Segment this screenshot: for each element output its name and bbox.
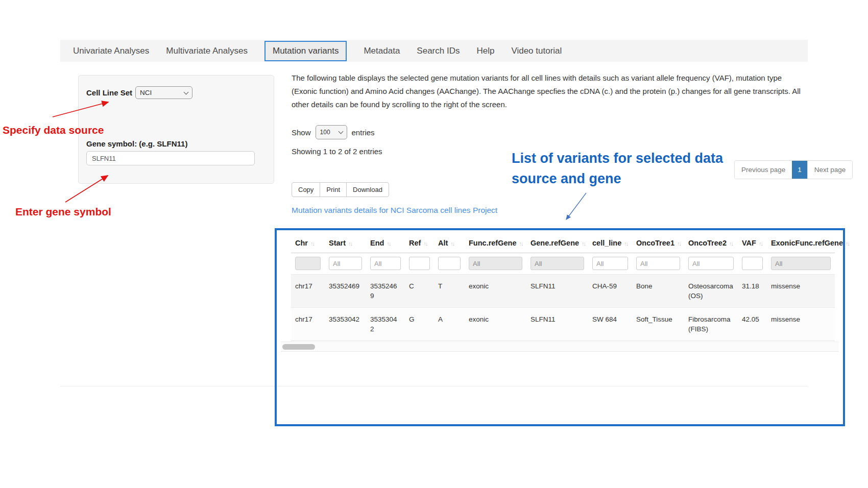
column-header-ref[interactable]: Ref↑↓ [405,232,434,253]
filter-input-start[interactable] [329,257,362,270]
column-header-exonicfunc-refgene[interactable]: ExonicFunc.refGene↑↓ [767,232,835,253]
sort-icon: ↑↓ [519,240,522,247]
filter-cell: All [767,253,835,275]
sort-icon: ↑↓ [846,240,849,247]
page-size-select[interactable]: 100 [316,125,347,139]
cell-line-set-select[interactable]: NCI [135,86,192,99]
nav-tabs: Univariate AnalysesMultivariate Analyses… [60,40,808,62]
enter-gene-symbol-note: Enter gene symbol [15,206,111,218]
filter-cell [325,253,366,275]
column-header-vaf[interactable]: VAF↑↓ [738,232,767,253]
variants-table-highlight-box: Chr↑↓Start↑↓End↑↓Ref↑↓Alt↑↓Func.refGene↑… [275,228,845,426]
table-cell: A [434,308,465,341]
filter-input-vaf[interactable] [742,257,763,270]
cell-line-set-label: Cell Line Set [86,88,132,97]
column-label: OncoTree2 [688,239,727,247]
filter-input-oncotree1[interactable] [636,257,680,270]
column-header-alt[interactable]: Alt↑↓ [434,232,465,253]
chevron-down-icon [338,129,343,134]
sort-icon: ↑↓ [759,240,762,247]
table-cell: Soft_Tissue [632,308,684,341]
current-page-button[interactable]: 1 [792,161,807,179]
tab-metadata[interactable]: Metadata [364,46,400,56]
table-cell: chr17 [291,308,325,341]
table-cell: T [434,275,465,308]
filter-select-gene-refgene[interactable]: All [531,257,584,270]
cell-line-set-row: Cell Line Set NCI [86,86,192,99]
sort-icon: ↑↓ [387,240,390,247]
print-button[interactable]: Print [320,182,347,197]
tab-help[interactable]: Help [476,46,494,56]
column-header-oncotree2[interactable]: OncoTree2↑↓ [684,232,738,253]
tab-univariate-analyses[interactable]: Univariate Analyses [73,46,149,56]
filter-input-end[interactable] [370,257,401,270]
chevron-down-icon [184,89,189,94]
horizontal-scrollbar[interactable] [281,341,839,352]
sort-icon: ↑↓ [624,240,628,247]
page-size-row: Show 100 entries [292,125,375,139]
table-cell: 35353042 [325,308,366,341]
tab-mutation-variants[interactable]: Mutation variants [264,41,347,61]
sort-icon: ↑↓ [582,240,585,247]
table-cell: SLFN11 [526,275,588,308]
column-label: ExonicFunc.refGene [771,239,843,247]
list-of-variants-note: List of variants for selected data sourc… [512,148,746,189]
column-label: End [370,239,384,247]
filter-cell: All [465,253,526,275]
filter-cell [632,253,684,275]
column-header-gene-refgene[interactable]: Gene.refGene↑↓ [526,232,588,253]
scrollbar-thumb[interactable] [282,344,315,350]
filter-cell [684,253,738,275]
tab-search-ids[interactable]: Search IDs [417,46,460,56]
table-body: chr173535246935352469CTexonicSLFN11CHA-5… [291,275,835,341]
column-label: Func.refGene [469,239,516,247]
specify-data-source-note: Specify data source [3,124,104,136]
sort-icon: ↑↓ [450,240,454,247]
table-cell: missense [767,308,835,341]
next-page-button[interactable]: Next page [807,161,853,179]
previous-page-button[interactable]: Previous page [735,161,792,179]
pagination: Previous page 1 Next page [734,160,853,179]
filter-input-alt[interactable] [438,257,461,270]
column-header-oncotree1[interactable]: OncoTree1↑↓ [632,232,684,253]
table-cell: Fibrosarcoma (FIBS) [684,308,738,341]
tab-video-tutorial[interactable]: Video tutorial [511,46,562,56]
variants-table: Chr↑↓Start↑↓End↑↓Ref↑↓Alt↑↓Func.refGene↑… [291,232,835,341]
table-cell: exonic [465,308,526,341]
table-cell: G [405,308,434,341]
gene-symbol-input[interactable] [86,151,255,165]
column-header-cell-line[interactable]: cell_line↑↓ [588,232,632,253]
table-cell: 42.05 [738,308,767,341]
filter-input-oncotree2[interactable] [688,257,734,270]
filter-input-cell-line[interactable] [592,257,628,270]
table-row: chr173535304235353042GAexonicSLFN11SW 68… [291,308,835,341]
download-button[interactable]: Download [346,182,389,197]
variants-details-link[interactable]: Mutation variants details for NCI Sarcom… [292,206,497,215]
page-size-value: 100 [320,129,330,136]
column-label: cell_line [592,239,621,247]
variants-table-wrap: Chr↑↓Start↑↓End↑↓Ref↑↓Alt↑↓Func.refGene↑… [291,232,835,341]
filter-cell [434,253,465,275]
table-cell: 35353042 [366,308,405,341]
entries-label: entries [352,128,375,137]
table-header-row: Chr↑↓Start↑↓End↑↓Ref↑↓Alt↑↓Func.refGene↑… [291,232,835,253]
column-header-start[interactable]: Start↑↓ [325,232,366,253]
table-cell: C [405,275,434,308]
filter-select-exonicfunc-refgene[interactable]: All [771,257,831,270]
filter-cell: All [526,253,588,275]
column-header-func-refgene[interactable]: Func.refGene↑↓ [465,232,526,253]
tab-multivariate-analyses[interactable]: Multivariate Analyses [166,46,248,56]
filter-cell [405,253,434,275]
filter-input-ref[interactable] [409,257,430,270]
filter-select-func-refgene[interactable]: All [469,257,522,270]
list-of-variants-arrow [566,193,586,219]
query-panel: Cell Line Set NCI Gene symbol: (e.g. SLF… [78,75,274,184]
export-button-group: Copy Print Download [292,182,389,197]
column-header-end[interactable]: End↑↓ [366,232,405,253]
gene-symbol-label: Gene symbol: (e.g. SLFN11) [86,139,187,148]
copy-button[interactable]: Copy [292,182,320,197]
column-label: OncoTree1 [636,239,674,247]
sort-icon: ↑↓ [677,240,681,247]
column-label: VAF [742,239,756,247]
column-header-chr[interactable]: Chr↑↓ [291,232,325,253]
